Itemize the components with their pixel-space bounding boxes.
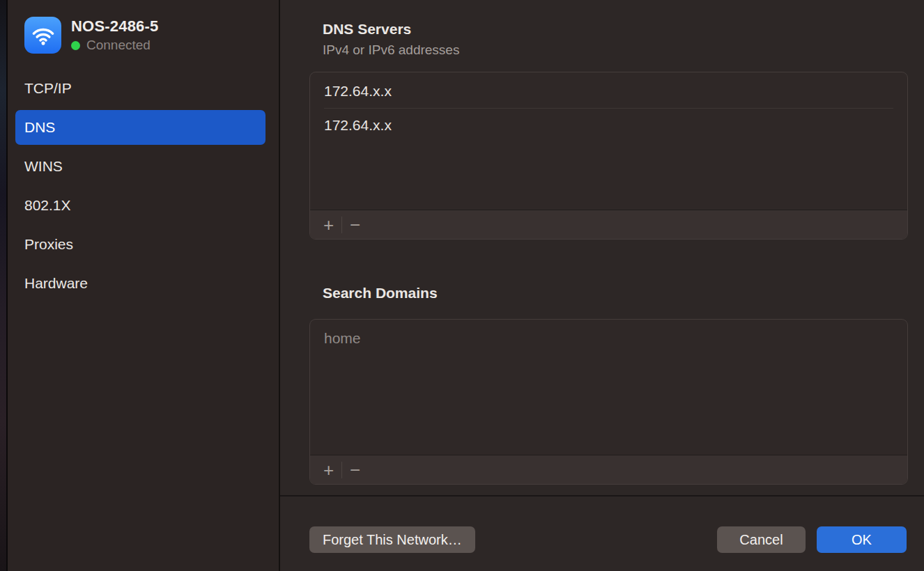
sidebar-item-label: DNS — [24, 119, 55, 135]
network-status: Connected — [71, 38, 159, 53]
dns-servers-subtitle: IPv4 or IPv6 addresses — [323, 42, 459, 58]
sidebar-item[interactable]: Hardware — [15, 266, 265, 301]
sidebar-item[interactable]: TCP/IP — [15, 71, 265, 106]
wifi-details-dialog: { "connection": { "name": "NOS-2486-5", … — [0, 0, 924, 571]
remove-dns-server-button[interactable]: − — [342, 211, 368, 239]
search-domain-row[interactable]: home — [324, 322, 893, 355]
main-panel: DNS Servers IPv4 or IPv6 addresses 172.6… — [280, 0, 924, 571]
dialog-actions: Cancel OK — [717, 526, 907, 553]
sidebar-item-label: TCP/IP — [24, 80, 72, 96]
desktop-edge — [0, 0, 6, 571]
add-dns-server-button[interactable]: + — [316, 211, 341, 239]
search-domains-title: Search Domains — [323, 285, 438, 302]
sidebar-item-label: 802.1X — [24, 197, 71, 213]
search-domains-toolbar: + − — [310, 455, 907, 484]
remove-search-domain-button[interactable]: − — [342, 456, 368, 484]
add-search-domain-button[interactable]: + — [316, 456, 341, 484]
forget-network-button[interactable]: Forget This Network… — [309, 526, 475, 553]
sidebar-item[interactable]: WINS — [15, 149, 265, 184]
sidebar: NOS-2486-5 Connected TCP/IP DNS WINS 802… — [8, 0, 279, 571]
dns-servers-list: 172.64.x.x 172.64.x.x — [310, 72, 907, 210]
sidebar-nav: TCP/IP DNS WINS 802.1X Proxies Hardware — [15, 71, 265, 301]
dns-servers-toolbar: + − — [310, 210, 907, 239]
status-label: Connected — [86, 38, 151, 53]
search-domains-listbox: home + − — [309, 319, 908, 485]
dns-server-row[interactable]: 172.64.x.x — [324, 108, 893, 141]
connected-dot-icon — [71, 41, 80, 50]
ok-button[interactable]: OK — [817, 526, 907, 553]
dns-servers-listbox: 172.64.x.x 172.64.x.x + − — [309, 72, 908, 240]
dns-servers-title: DNS Servers — [323, 21, 411, 38]
sidebar-item[interactable]: 802.1X — [15, 188, 265, 223]
dns-server-address: 172.64.x.x — [324, 117, 392, 133]
sidebar-item-label: WINS — [24, 158, 63, 174]
network-name: NOS-2486-5 — [71, 17, 159, 36]
sidebar-item[interactable]: DNS — [15, 110, 265, 145]
wifi-icon — [24, 17, 61, 54]
search-domains-list: home — [310, 320, 907, 455]
sidebar-item[interactable]: Proxies — [15, 227, 265, 262]
network-header: NOS-2486-5 Connected — [24, 17, 159, 54]
dns-server-address: 172.64.x.x — [324, 83, 392, 99]
cancel-button[interactable]: Cancel — [717, 526, 806, 553]
footer-divider — [280, 495, 924, 496]
search-domain-value: home — [324, 330, 361, 346]
sidebar-item-label: Hardware — [24, 275, 88, 291]
dns-server-row[interactable]: 172.64.x.x — [324, 75, 893, 108]
network-info: NOS-2486-5 Connected — [71, 17, 159, 53]
sidebar-item-label: Proxies — [24, 236, 73, 252]
